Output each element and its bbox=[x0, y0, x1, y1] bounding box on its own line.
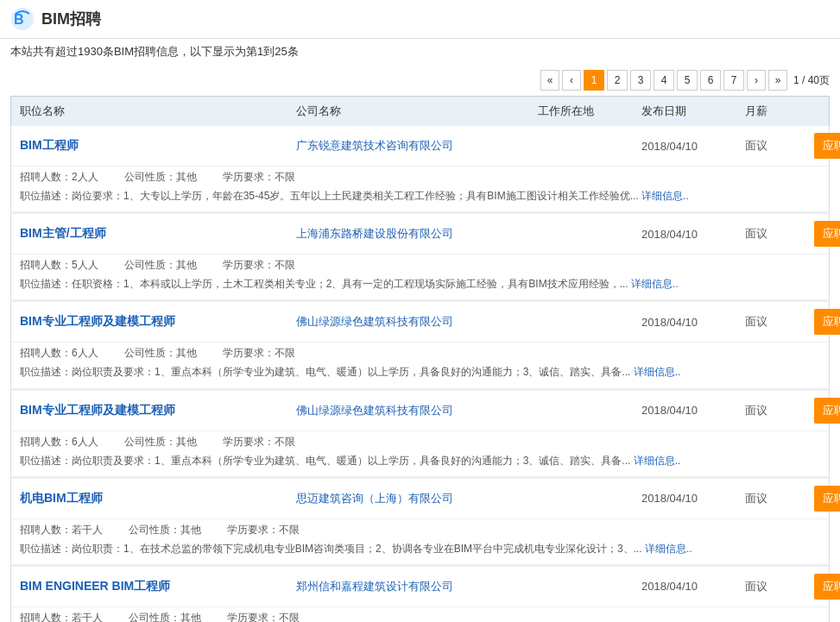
detail-link[interactable]: 详细信息.. bbox=[645, 543, 692, 555]
job-action-cell: 应聘此职位 bbox=[814, 486, 840, 512]
page-6-btn[interactable]: 6 bbox=[700, 70, 721, 91]
page-7-btn[interactable]: 7 bbox=[723, 70, 744, 91]
recruit-count: 招聘人数：6人人 bbox=[20, 346, 98, 361]
job-description: 职位描述：岗位职责：1、在技术总监的带领下完成机电专业BIM咨询类项目；2、协调… bbox=[20, 541, 820, 557]
table-row: BIM ENGINEER BIM工程师郑州信和嘉程建筑设计有限公司2018/04… bbox=[11, 567, 829, 607]
job-meta: 招聘人数：5人人公司性质：其他学历要求：不限 bbox=[20, 258, 820, 273]
page-info: 1 / 40页 bbox=[793, 73, 830, 88]
job-action-cell: 应聘此职位 bbox=[814, 133, 840, 159]
job-title-cell: BIM专业工程师及建模工程师 bbox=[20, 403, 296, 418]
company-link[interactable]: 广东锐意建筑技术咨询有限公司 bbox=[296, 139, 453, 152]
job-block: 机电BIM工程师思迈建筑咨询（上海）有限公司2018/04/10面议应聘此职位招… bbox=[11, 479, 829, 567]
svg-text:B: B bbox=[14, 12, 24, 27]
apply-button[interactable]: 应聘此职位 bbox=[814, 574, 840, 600]
apply-button[interactable]: 应聘此职位 bbox=[814, 309, 840, 335]
job-action-cell: 应聘此职位 bbox=[814, 398, 840, 424]
job-title-link[interactable]: BIM ENGINEER BIM工程师 bbox=[20, 579, 170, 593]
job-company-cell: 广东锐意建筑技术咨询有限公司 bbox=[296, 138, 538, 154]
company-nature: 公司性质：其他 bbox=[124, 435, 197, 449]
page-2-btn[interactable]: 2 bbox=[607, 70, 628, 91]
info-bar: 本站共有超过1930条BIM招聘信息，以下显示为第1到25条 bbox=[0, 39, 840, 65]
job-date-cell: 2018/04/10 bbox=[641, 316, 745, 329]
job-block: BIM主管/工程师上海浦东路桥建设股份有限公司2018/04/10面议应聘此职位… bbox=[11, 214, 829, 302]
job-meta: 招聘人数：2人人公司性质：其他学历要求：不限 bbox=[20, 170, 820, 185]
job-date-cell: 2018/04/10 bbox=[641, 492, 745, 505]
company-link[interactable]: 郑州信和嘉程建筑设计有限公司 bbox=[296, 580, 453, 593]
job-title-link[interactable]: 机电BIM工程师 bbox=[20, 491, 103, 505]
job-list: BIM工程师广东锐意建筑技术咨询有限公司2018/04/10面议应聘此职位招聘人… bbox=[10, 126, 830, 622]
recruit-count: 招聘人数：若干人 bbox=[20, 611, 103, 622]
job-description: 职位描述：任职资格：1、本科或以上学历，土木工程类相关专业；2、具有一定的工程现… bbox=[20, 276, 820, 292]
company-nature: 公司性质：其他 bbox=[124, 346, 197, 361]
recruit-count: 招聘人数：6人人 bbox=[20, 435, 98, 449]
job-salary-cell: 面议 bbox=[745, 491, 814, 506]
apply-button[interactable]: 应聘此职位 bbox=[814, 398, 840, 424]
job-salary-cell: 面议 bbox=[745, 226, 814, 242]
job-description: 职位描述：岗位职责及要求：1、重点本科（所学专业为建筑、电气、暖通）以上学历，具… bbox=[20, 364, 820, 380]
job-detail: 招聘人数：若干人公司性质：其他学历要求：不限职位描述：岗位职责：1、在技术总监的… bbox=[11, 519, 829, 565]
job-title-link[interactable]: BIM工程师 bbox=[20, 138, 79, 152]
col-salary: 月薪 bbox=[736, 97, 805, 126]
company-link[interactable]: 佛山绿源绿色建筑科技有限公司 bbox=[296, 404, 453, 417]
job-detail: 招聘人数：若干人公司性质：其他学历要求：不限职位描述：任职资格：1、本科以上学历… bbox=[11, 607, 829, 622]
company-link[interactable]: 佛山绿源绿色建筑科技有限公司 bbox=[296, 315, 453, 328]
page-prev-btn[interactable]: ‹ bbox=[562, 70, 581, 91]
apply-button[interactable]: 应聘此职位 bbox=[814, 221, 840, 247]
recruit-count: 招聘人数：若干人 bbox=[20, 523, 103, 537]
education-req: 学历要求：不限 bbox=[223, 346, 295, 361]
education-req: 学历要求：不限 bbox=[227, 611, 300, 622]
detail-link[interactable]: 详细信息.. bbox=[631, 278, 679, 290]
job-block: BIM专业工程师及建模工程师佛山绿源绿色建筑科技有限公司2018/04/10面议… bbox=[11, 302, 829, 390]
job-title-cell: BIM主管/工程师 bbox=[20, 226, 296, 242]
company-nature: 公司性质：其他 bbox=[124, 258, 197, 273]
company-nature: 公司性质：其他 bbox=[129, 611, 201, 622]
detail-link[interactable]: 详细信息.. bbox=[634, 366, 681, 378]
page-last-btn[interactable]: » bbox=[768, 70, 787, 91]
page-first-btn[interactable]: « bbox=[540, 70, 559, 91]
job-title-cell: BIM工程师 bbox=[20, 138, 296, 154]
job-meta: 招聘人数：6人人公司性质：其他学历要求：不限 bbox=[20, 435, 820, 449]
recruit-count: 招聘人数：5人人 bbox=[20, 258, 98, 273]
pagination-bar: « ‹ 1 2 3 4 5 6 7 › » 1 / 40页 bbox=[0, 65, 840, 96]
job-company-cell: 佛山绿源绿色建筑科技有限公司 bbox=[296, 403, 538, 418]
job-company-cell: 思迈建筑咨询（上海）有限公司 bbox=[296, 491, 538, 506]
job-company-cell: 上海浦东路桥建设股份有限公司 bbox=[296, 226, 538, 242]
job-date-cell: 2018/04/10 bbox=[641, 580, 745, 593]
col-company: 公司名称 bbox=[287, 97, 529, 126]
page-next-btn[interactable]: › bbox=[747, 70, 766, 91]
detail-link[interactable]: 详细信息.. bbox=[634, 455, 681, 467]
job-action-cell: 应聘此职位 bbox=[814, 221, 840, 247]
job-detail: 招聘人数：2人人公司性质：其他学历要求：不限职位描述：岗位要求：1、大专以上学历… bbox=[11, 166, 829, 212]
education-req: 学历要求：不限 bbox=[223, 258, 295, 273]
apply-button[interactable]: 应聘此职位 bbox=[814, 486, 840, 512]
job-action-cell: 应聘此职位 bbox=[814, 309, 840, 335]
job-title-cell: BIM专业工程师及建模工程师 bbox=[20, 314, 296, 330]
job-company-cell: 佛山绿源绿色建筑科技有限公司 bbox=[296, 314, 538, 330]
education-req: 学历要求：不限 bbox=[227, 523, 300, 537]
company-nature: 公司性质：其他 bbox=[124, 170, 197, 185]
job-date-cell: 2018/04/10 bbox=[641, 404, 745, 417]
job-title-link[interactable]: BIM专业工程师及建模工程师 bbox=[20, 314, 175, 328]
job-action-cell: 应聘此职位 bbox=[814, 574, 840, 600]
recruit-count: 招聘人数：2人人 bbox=[20, 170, 98, 185]
site-title: BIM招聘 bbox=[41, 9, 101, 29]
job-title-cell: 机电BIM工程师 bbox=[20, 491, 296, 506]
col-location: 工作所在地 bbox=[529, 97, 633, 126]
job-detail: 招聘人数：6人人公司性质：其他学历要求：不限职位描述：岗位职责及要求：1、重点本… bbox=[11, 342, 829, 388]
job-title-link[interactable]: BIM主管/工程师 bbox=[20, 226, 106, 240]
company-link[interactable]: 上海浦东路桥建设股份有限公司 bbox=[296, 227, 453, 240]
company-link[interactable]: 思迈建筑咨询（上海）有限公司 bbox=[296, 492, 453, 505]
page-3-btn[interactable]: 3 bbox=[630, 70, 651, 91]
job-company-cell: 郑州信和嘉程建筑设计有限公司 bbox=[296, 579, 538, 594]
col-title: 职位名称 bbox=[11, 97, 287, 126]
apply-button[interactable]: 应聘此职位 bbox=[814, 133, 840, 159]
table-row: BIM专业工程师及建模工程师佛山绿源绿色建筑科技有限公司2018/04/10面议… bbox=[11, 391, 829, 431]
logo-icon: B bbox=[10, 7, 35, 31]
job-title-link[interactable]: BIM专业工程师及建模工程师 bbox=[20, 403, 175, 417]
page-5-btn[interactable]: 5 bbox=[677, 70, 698, 91]
table-row: BIM主管/工程师上海浦东路桥建设股份有限公司2018/04/10面议应聘此职位 bbox=[11, 214, 829, 254]
detail-link[interactable]: 详细信息.. bbox=[641, 190, 689, 202]
page-4-btn[interactable]: 4 bbox=[654, 70, 674, 91]
page-1-btn[interactable]: 1 bbox=[584, 70, 604, 91]
job-salary-cell: 面议 bbox=[745, 403, 814, 418]
